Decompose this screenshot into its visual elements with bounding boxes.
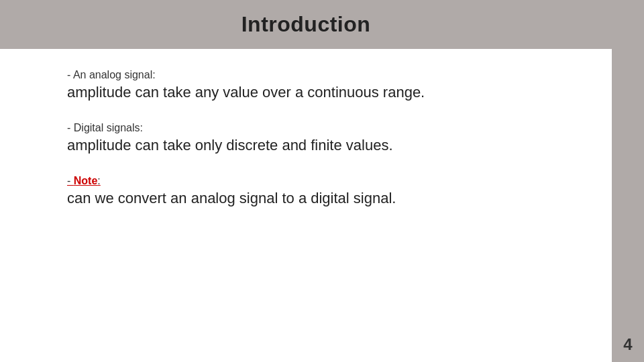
title-bar: Introduction <box>0 0 612 49</box>
slide-content: Introduction - An analog signal: amplitu… <box>0 0 612 362</box>
bullet-item-3: - Note: can we convert an analog signal … <box>67 175 558 209</box>
bullet-2-text: amplitude can take only discrete and fin… <box>67 135 558 156</box>
slide-title: Introduction <box>13 12 598 37</box>
bullet-1-label: - An analog signal: <box>67 69 558 81</box>
bullet-item-2: - Digital signals: amplitude can take on… <box>67 122 558 156</box>
bullet-3-label: - Note: <box>67 175 558 187</box>
right-sidebar: 4 <box>612 0 644 362</box>
bullet-3-text: can we convert an analog signal to a dig… <box>67 188 558 209</box>
slide-number: 4 <box>623 335 632 354</box>
note-colon: : <box>97 175 100 186</box>
content-area: - An analog signal: amplitude can take a… <box>0 49 612 362</box>
bullet-item-1: - An analog signal: amplitude can take a… <box>67 69 558 103</box>
note-keyword: Note <box>74 175 98 186</box>
bullet-1-text: amplitude can take any value over a cont… <box>67 82 558 103</box>
bullet-2-label: - Digital signals: <box>67 122 558 134</box>
note-prefix: - <box>67 175 74 186</box>
